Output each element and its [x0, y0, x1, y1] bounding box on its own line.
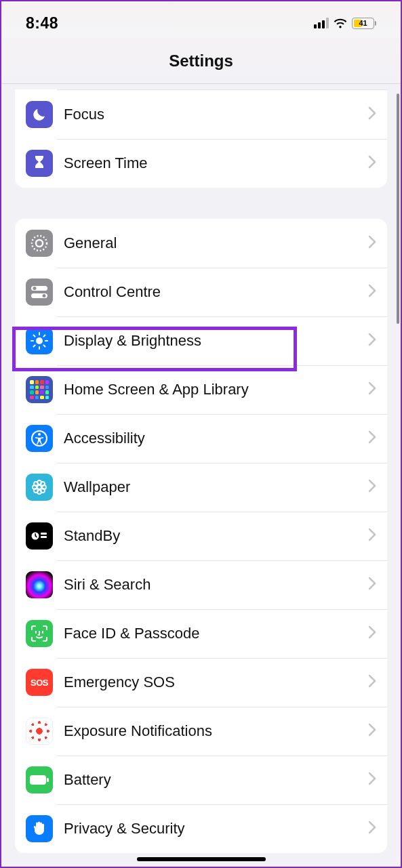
row-label: Home Screen & App Library: [64, 381, 368, 398]
clock-widget-icon: [26, 522, 53, 550]
faceid-icon: [26, 620, 53, 647]
row-exposure-notifications[interactable]: Exposure Notifications: [15, 707, 387, 756]
cellular-signal-icon: [314, 18, 329, 28]
svg-point-1: [36, 240, 43, 247]
svg-point-3: [33, 287, 37, 290]
row-label: Display & Brightness: [64, 332, 368, 350]
accessibility-icon: [26, 425, 53, 452]
row-general[interactable]: General: [15, 219, 387, 268]
svg-line-12: [43, 345, 45, 346]
wifi-icon: [333, 18, 348, 28]
switches-icon: [26, 278, 53, 306]
svg-line-14: [43, 335, 45, 337]
svg-rect-29: [41, 536, 47, 538]
row-label: Control Centre: [64, 283, 368, 301]
chevron-right-icon: [368, 674, 376, 690]
svg-rect-33: [47, 778, 49, 782]
svg-rect-32: [30, 775, 46, 785]
row-label: Accessibility: [64, 430, 368, 447]
hand-icon: [26, 815, 53, 842]
moon-icon: [26, 101, 53, 128]
chevron-right-icon: [368, 772, 376, 788]
status-bar: 8:48 41: [1, 1, 401, 38]
row-battery[interactable]: Battery: [15, 756, 387, 804]
chevron-right-icon: [368, 155, 376, 171]
settings-list[interactable]: Focus Screen Time General: [1, 84, 401, 867]
row-label: Privacy & Security: [64, 820, 368, 838]
row-screen-time[interactable]: Screen Time: [15, 139, 387, 188]
row-home-screen[interactable]: Home Screen & App Library: [15, 365, 387, 414]
chevron-right-icon: [368, 479, 376, 495]
exposure-icon: [26, 718, 53, 745]
svg-point-17: [37, 485, 41, 489]
row-display-brightness[interactable]: Display & Brightness: [15, 316, 387, 365]
settings-group-1: Focus Screen Time: [15, 89, 387, 188]
chevron-right-icon: [368, 821, 376, 837]
sos-icon: SOS: [26, 669, 53, 696]
chevron-right-icon: [368, 235, 376, 251]
page-title: Settings: [169, 51, 233, 70]
status-time: 8:48: [26, 14, 58, 33]
row-label: StandBy: [64, 527, 368, 545]
row-label: General: [64, 234, 368, 252]
svg-line-11: [34, 335, 35, 337]
row-label: Siri & Search: [64, 576, 368, 594]
row-label: Exposure Notifications: [64, 722, 368, 740]
row-face-id[interactable]: Face ID & Passcode: [15, 609, 387, 658]
status-right: 41: [314, 18, 376, 29]
chevron-right-icon: [368, 284, 376, 300]
row-label: Screen Time: [64, 154, 368, 172]
row-label: Battery: [64, 771, 368, 789]
chevron-right-icon: [368, 723, 376, 739]
row-standby[interactable]: StandBy: [15, 512, 387, 560]
scroll-indicator[interactable]: [397, 94, 399, 324]
battery-percent: 41: [359, 19, 367, 27]
row-siri-search[interactable]: Siri & Search: [15, 560, 387, 609]
row-label: Focus: [64, 106, 368, 123]
row-wallpaper[interactable]: Wallpaper: [15, 463, 387, 512]
siri-icon: [26, 571, 53, 598]
svg-rect-28: [41, 533, 47, 535]
gear-icon: [26, 230, 53, 257]
row-label: Wallpaper: [64, 478, 368, 496]
battery-icon: [26, 766, 53, 793]
chevron-right-icon: [368, 381, 376, 398]
row-label: Face ID & Passcode: [64, 625, 368, 642]
apps-grid-icon: [26, 376, 53, 403]
row-focus[interactable]: Focus: [15, 90, 387, 139]
svg-point-16: [38, 433, 41, 436]
row-privacy-security[interactable]: Privacy & Security: [15, 804, 387, 853]
nav-bar: Settings: [1, 38, 401, 84]
chevron-right-icon: [368, 333, 376, 349]
battery-indicator: 41: [352, 18, 376, 29]
settings-group-2: General Control Centre Display & Brightn…: [15, 219, 387, 853]
sun-icon: [26, 327, 53, 354]
settings-screen: 8:48 41 Settings: [1, 1, 401, 867]
chevron-right-icon: [368, 430, 376, 447]
svg-line-13: [34, 345, 35, 346]
svg-point-6: [36, 337, 43, 344]
chevron-right-icon: [368, 106, 376, 123]
chevron-right-icon: [368, 577, 376, 593]
hourglass-icon: [26, 150, 53, 177]
row-accessibility[interactable]: Accessibility: [15, 414, 387, 463]
row-emergency-sos[interactable]: SOS Emergency SOS: [15, 658, 387, 707]
row-control-centre[interactable]: Control Centre: [15, 268, 387, 316]
flower-icon: [26, 474, 53, 501]
home-indicator[interactable]: [137, 857, 266, 861]
row-label: Emergency SOS: [64, 674, 368, 691]
chevron-right-icon: [368, 528, 376, 544]
chevron-right-icon: [368, 625, 376, 642]
svg-point-5: [43, 294, 46, 297]
svg-point-0: [32, 236, 47, 251]
